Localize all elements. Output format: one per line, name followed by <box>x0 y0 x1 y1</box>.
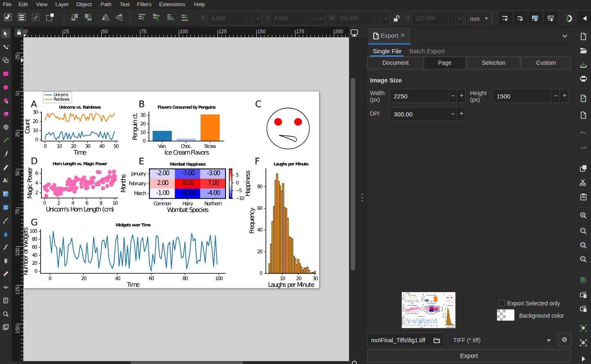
svg-text:A: A <box>3 177 7 184</box>
svg-text:25: 25 <box>64 29 69 34</box>
svg-text:150: 150 <box>257 29 265 34</box>
svg-text:-25: -25 <box>15 54 21 61</box>
svg-text:s: s <box>566 16 568 20</box>
svg-text:100: 100 <box>15 248 21 256</box>
svg-text:100: 100 <box>180 29 188 34</box>
svg-text:25: 25 <box>15 132 21 137</box>
svg-text:200: 200 <box>335 29 343 34</box>
svg-text:125: 125 <box>15 287 21 295</box>
svg-text:0: 0 <box>25 29 28 34</box>
svg-text:75: 75 <box>141 29 147 34</box>
svg-text:75: 75 <box>15 209 21 215</box>
svg-text:150: 150 <box>15 325 21 333</box>
svg-text:125: 125 <box>219 29 227 34</box>
svg-text:175: 175 <box>296 29 304 34</box>
svg-text:50: 50 <box>15 170 21 176</box>
svg-text:50: 50 <box>102 29 108 34</box>
svg-text:0: 0 <box>15 93 21 96</box>
